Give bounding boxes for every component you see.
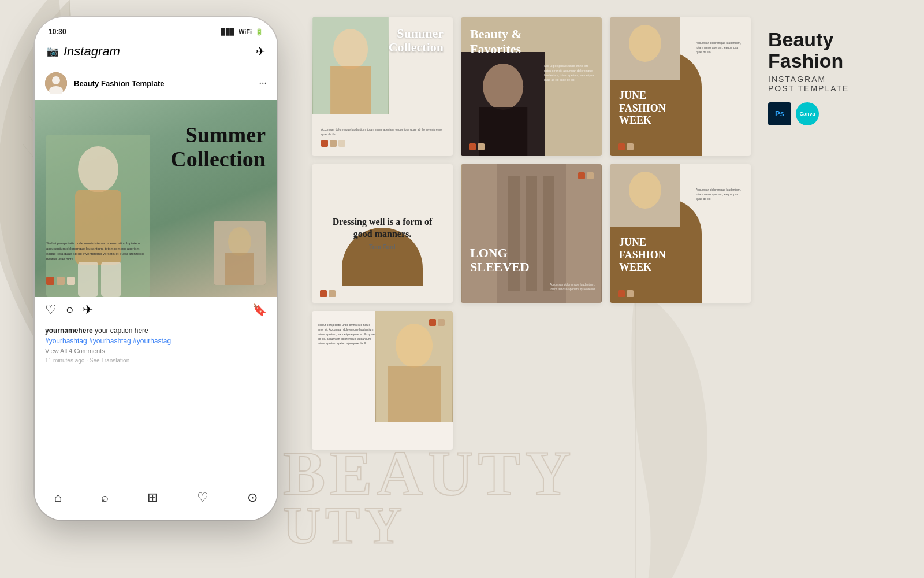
header-icons: ✈ [256,45,266,58]
post-title: Summer Collection [170,123,266,172]
photoshop-badge: Ps [768,102,791,125]
svg-point-14 [228,227,251,256]
card1-swatches [321,140,444,147]
card-june2-image [610,164,680,227]
phone-notch [118,25,193,42]
svg-rect-11 [78,262,98,297]
options-menu[interactable]: ··· [259,77,267,90]
svg-point-20 [483,64,523,110]
canva-badge: Canva [796,102,819,125]
card-summer-image [312,17,389,114]
svg-rect-26 [508,176,520,291]
template-card-june2: JUNE FASHION WEEK Accumsan doloremque la… [610,164,751,303]
card-long-text: LONG SLEEVED [470,246,530,274]
card5-swatches [578,172,594,179]
camera-icon[interactable]: 📷 [46,45,59,58]
share-icon[interactable]: ✈ [83,302,93,317]
nav-home-icon[interactable]: ⌂ [54,490,62,505]
card-june2-text: JUNE FASHION WEEK [619,236,666,274]
svg-point-6 [52,76,60,84]
nav-add-icon[interactable]: ⊞ [147,490,158,505]
card2-swatches [469,143,485,150]
card-quote-text: Dressing well is a form of good manners.… [323,216,441,251]
status-icons: ▊▊▊ WiFi 🔋 [221,28,263,36]
card6-swatches [618,290,634,297]
svg-rect-33 [388,366,441,422]
info-panel: Beauty Fashion INSTAGRAM POST TEMPLATE P… [768,29,907,125]
battery-icon: 🔋 [255,28,263,36]
nav-heart-icon[interactable]: ♡ [197,490,208,505]
bottom-nav: ⌂ ⌕ ⊞ ♡ ⊙ [35,480,277,520]
profile-name: Beauty Fashion Template [74,79,165,88]
post-caption: yournamehere your caption here #yourhash… [35,323,277,369]
send-icon[interactable]: ✈ [256,45,266,58]
post-thumbnail [214,221,266,285]
wifi-icon: WiFi [239,28,252,35]
template-card-woman: Sed ut perspiciatis unde omnis iste natu… [312,311,453,450]
comment-icon[interactable]: ○ [66,302,73,317]
post-body-text: Sed ut perspiciatis unde omnis iste natu… [46,241,150,262]
bookmark-icon[interactable]: 🔖 [252,303,267,317]
status-time: 10:30 [49,28,66,36]
card-june-text: JUNE FASHION WEEK [619,90,666,127]
card-june-image [610,17,680,80]
template-card-quote: Dressing well is a form of good manners.… [312,164,453,303]
signal-icon: ▊▊▊ [221,28,235,36]
card-beauty-text: Beauty & Favorites [470,27,522,57]
svg-rect-18 [330,66,371,114]
card3-swatches [618,143,634,150]
svg-rect-21 [479,107,527,156]
svg-point-17 [333,29,368,69]
profile-bar: Beauty Fashion Template ··· [35,66,277,100]
svg-rect-12 [101,262,121,297]
card4-swatches [320,290,336,297]
template-card-long: LONG SLEEVED Accumsan doloremque laudant… [461,164,602,303]
template-card-beauty: Beauty & Favorites Sed ut perspiciatis u… [461,17,602,156]
svg-point-30 [629,172,661,209]
template-card-june: JUNE FASHION WEEK Accumsan doloremque la… [610,17,751,156]
instagram-logo: Instagram [64,44,120,59]
nav-profile-icon[interactable]: ⊙ [247,490,258,505]
post-actions: ♡ ○ ✈ 🔖 [35,297,277,323]
info-title: Beauty Fashion [768,29,907,72]
template-card-summer: Summer Collection Accumsan doloremque la… [312,17,453,156]
svg-rect-27 [526,176,537,291]
svg-rect-15 [225,253,254,285]
nav-search-icon[interactable]: ⌕ [101,490,109,505]
info-badges: Ps Canva [768,102,907,125]
like-icon[interactable]: ♡ [45,302,57,317]
card-summer-text: Summer Collection [389,27,444,54]
phone-mockup: 10:30 ▊▊▊ WiFi 🔋 📷 Instagram ✈ B [35,17,277,520]
svg-point-9 [78,146,118,192]
card-beauty-image [461,52,545,156]
avatar[interactable] [45,72,67,94]
svg-point-32 [396,324,433,368]
post-image: Summer Collection Sed ut perspiciatis un… [35,100,277,297]
card-woman-image [375,311,453,422]
color-swatches [46,277,75,285]
instagram-header: 📷 Instagram ✈ [35,39,277,66]
svg-rect-28 [543,176,554,291]
svg-point-23 [629,25,661,62]
card7-swatches [429,319,445,326]
info-subtitle-line1: INSTAGRAM POST TEMPLATE [768,75,907,93]
beauty-watermark: BEAUTY UTY [283,445,575,549]
templates-grid: Summer Collection Accumsan doloremque la… [312,17,751,450]
